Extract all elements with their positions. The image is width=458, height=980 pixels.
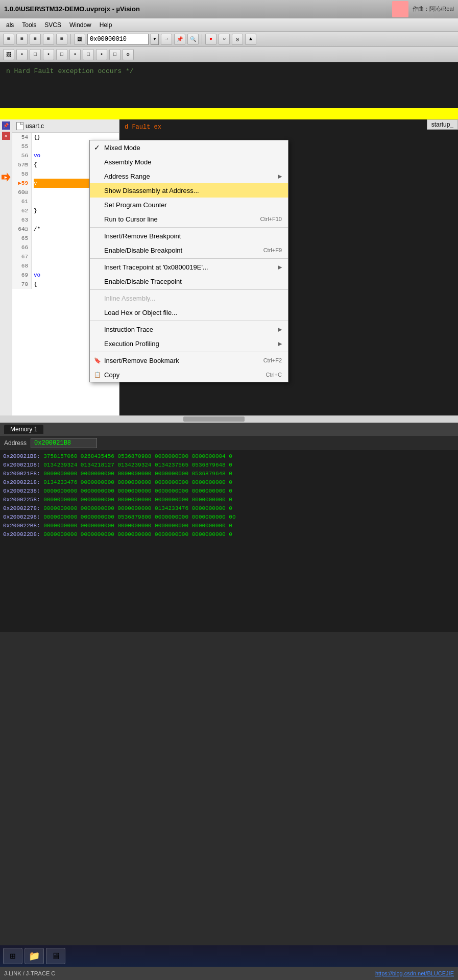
menu-bar: als Tools SVCS Window Help <box>0 18 458 32</box>
window-title: 1.0.0\USER\STM32-DEMO.uvprojx - µVision <box>4 5 140 13</box>
ctx-insert-breakpoint[interactable]: Insert/Remove Breakpoint <box>90 229 288 243</box>
ctx-sep-1 <box>90 227 288 228</box>
copy-icon: 📋 <box>94 372 101 378</box>
line-56: 56 <box>12 151 31 160</box>
tb2-btn-4[interactable]: ▪ <box>43 49 54 60</box>
menu-tools[interactable]: Tools <box>18 20 40 30</box>
line-65: 65 <box>12 234 31 243</box>
toolbar-btn-4[interactable]: ≡ <box>43 34 54 45</box>
submenu-arrow-icon: ▶ <box>278 173 282 180</box>
tb2-btn-7[interactable]: □ <box>83 49 94 60</box>
menu-window[interactable]: Window <box>65 20 95 30</box>
startup-tab[interactable]: startup_ <box>427 119 458 130</box>
editor-filename: usart.c <box>26 122 44 130</box>
toolbar-btn-1[interactable]: ≡ <box>3 34 14 45</box>
ctx-copy[interactable]: 📋 Copy Ctrl+C <box>90 368 288 382</box>
taskbar-btn-3[interactable]: 🖥 <box>46 948 65 964</box>
tb2-btn-10[interactable]: ⚙ <box>123 49 134 60</box>
ctx-sep-5 <box>90 352 288 352</box>
taskbar-btn-2[interactable]: 📁 <box>25 948 44 964</box>
ctx-enable-breakpoint[interactable]: Enable/Disable Breakpoint Ctrl+F9 <box>90 243 288 257</box>
mem-row-6: 0x20002278: 0000000000 0000000000 000000… <box>3 504 455 513</box>
ctx-sep-3 <box>90 289 288 290</box>
ctx-inline-assembly: Inline Assembly... <box>90 291 288 305</box>
tb2-btn-9[interactable]: □ <box>109 49 120 60</box>
mem-row-0: 0x200021B8: 3758157060 0268435456 053687… <box>3 452 455 461</box>
toolbar-btn-3[interactable]: ≡ <box>30 34 41 45</box>
scroll-thumb[interactable] <box>183 416 245 422</box>
ctx-load-hex-label: Load Hex or Object file... <box>104 309 177 316</box>
line-63: 63 <box>12 215 31 225</box>
ctx-set-program-counter[interactable]: Set Program Counter <box>90 198 288 212</box>
mem-row-9: 0x200022D8: 0000000000 0000000000 000000… <box>3 530 455 539</box>
toolbar-btn-2[interactable]: ≡ <box>16 34 28 45</box>
toolbar-btn-11[interactable]: ◎ <box>232 34 243 45</box>
memory-tab-1[interactable]: Memory 1 <box>4 425 43 434</box>
ctx-enable-tracepoint[interactable]: Enable/Disable Tracepoint <box>90 274 288 288</box>
toolbar-btn-5[interactable]: ≡ <box>56 34 67 45</box>
toolbar-btn-6[interactable]: 🖼 <box>74 34 85 45</box>
ctx-load-hex[interactable]: Load Hex or Object file... <box>90 305 288 320</box>
memory-address-input[interactable] <box>31 438 97 448</box>
ctx-address-range-label: Address Range <box>104 173 150 180</box>
toolbar-sep-1 <box>70 34 71 44</box>
scroll-area[interactable] <box>0 415 458 423</box>
memory-address-bar: Address <box>0 436 458 450</box>
tb2-btn-5[interactable]: □ <box>56 49 67 60</box>
line-57: 57⊟ <box>12 160 31 169</box>
ctx-mixed-mode[interactable]: ✓ Mixed Mode <box>90 140 288 155</box>
toolbar-btn-7[interactable]: → <box>161 34 172 45</box>
ctx-enable-bp-label: Enable/Disable Breakpoint <box>104 247 182 254</box>
checkmark-icon: ✓ <box>94 143 100 152</box>
ctx-run-cursor-label: Run to Cursor line <box>104 215 158 223</box>
mem-row-2: 0x200021F8: 0000000000 0000000000 000000… <box>3 470 455 478</box>
ctx-insert-tracepoint[interactable]: Insert Tracepoint at '0x0800019E'... ▶ <box>90 260 288 274</box>
toolbar-btn-8[interactable]: 📌 <box>174 34 185 45</box>
tb2-btn-2[interactable]: ▪ <box>16 49 28 60</box>
ctx-mixed-mode-label: Mixed Mode <box>104 144 140 152</box>
context-menu: ✓ Mixed Mode Assembly Mode Address Range… <box>89 140 288 382</box>
toolbar-btn-record[interactable]: ● <box>205 34 216 45</box>
ctx-show-disassembly[interactable]: Show Disassembly at Address... <box>90 183 288 198</box>
mem-row-4: 0x20002238: 0000000000 0000000000 000000… <box>3 487 455 496</box>
sidebar-icon-close[interactable]: ✕ <box>2 132 10 140</box>
taskbar-btn-1[interactable]: ⊞ <box>3 948 22 964</box>
mem-row-5: 0x20002258: 0000000000 0000000000 000000… <box>3 496 455 504</box>
tb2-btn-6[interactable]: ▪ <box>69 49 81 60</box>
menu-help[interactable]: Help <box>95 20 116 30</box>
editor-tab[interactable]: usart.c <box>12 119 119 133</box>
ctx-execution-profiling[interactable]: Execution Profiling ▶ <box>90 336 288 351</box>
menu-svcs[interactable]: SVCS <box>40 20 65 30</box>
toolbar-btn-12[interactable]: ▲ <box>245 34 256 45</box>
ctx-copy-label: Copy <box>104 371 119 379</box>
status-link[interactable]: https://blog.csdn.net/BLUCEJIE <box>375 970 454 976</box>
line-55: 55 <box>12 142 31 151</box>
sidebar-icon-pin[interactable]: 📌 <box>2 121 10 130</box>
ctx-sep-4 <box>90 321 288 321</box>
line-67: 67 <box>12 252 31 261</box>
ctx-assembly-mode[interactable]: Assembly Mode <box>90 155 288 169</box>
memory-tab-bar: Memory 1 <box>0 423 458 436</box>
toolbar-2: 🖼 ▪ □ ▪ □ ▪ □ ▪ □ ⚙ <box>0 47 458 62</box>
address-dropdown[interactable]: ▼ <box>151 34 159 45</box>
yellow-highlight-line <box>0 108 458 119</box>
line-60: 60⊟ <box>12 188 31 197</box>
ctx-set-pc-label: Set Program Counter <box>104 201 167 209</box>
tb2-btn-1[interactable]: 🖼 <box>3 49 14 60</box>
ctx-address-range[interactable]: Address Range ▶ <box>90 169 288 183</box>
address-input[interactable]: 0x00000010 <box>87 34 149 45</box>
ctx-bookmark-label: Insert/Remove Bookmark <box>104 357 179 364</box>
line-62: 62 <box>12 206 31 215</box>
toolbar-btn-9[interactable]: 🔍 <box>187 34 199 45</box>
tb2-btn-8[interactable]: ▪ <box>96 49 107 60</box>
tb2-btn-3[interactable]: □ <box>30 49 41 60</box>
menu-als[interactable]: als <box>2 20 18 30</box>
ctx-run-to-cursor[interactable]: Run to Cursor line Ctrl+F10 <box>90 212 288 226</box>
memory-panel: Memory 1 Address 0x200021B8: 3758157060 … <box>0 423 458 632</box>
code-area-top: n Hard Fault exception occurs */ <box>0 62 458 108</box>
ctx-bookmark[interactable]: 🔖 Insert/Remove Bookmark Ctrl+F2 <box>90 353 288 368</box>
author-text: 作曲：阿沁/Real <box>413 5 454 13</box>
toolbar-btn-10[interactable]: ○ <box>219 34 230 45</box>
line-58: 58 <box>12 169 31 179</box>
ctx-instruction-trace[interactable]: Instruction Trace ▶ <box>90 322 288 336</box>
